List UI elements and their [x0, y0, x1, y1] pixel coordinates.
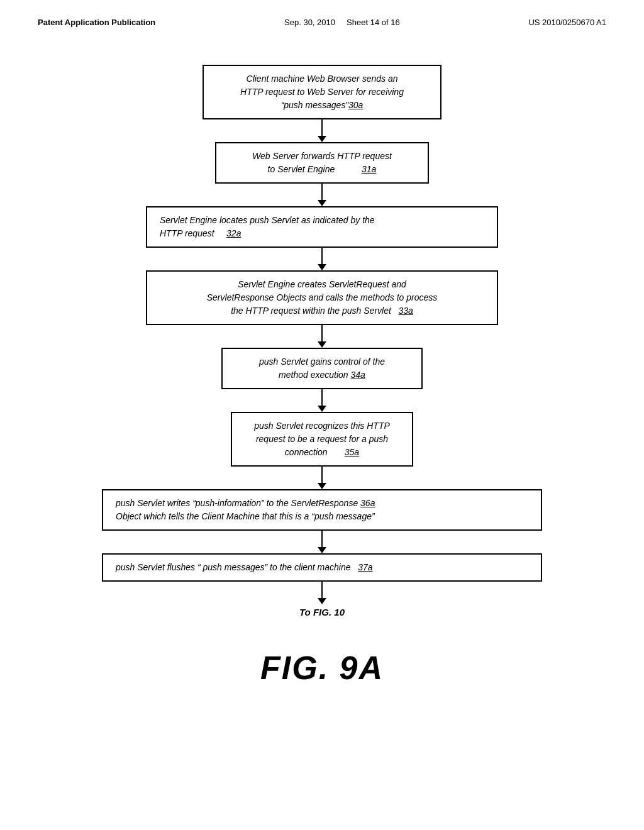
flow-box-37a: push Servlet flushes “ push messages” to… [102, 553, 542, 582]
arrow-6 [318, 467, 326, 489]
header-publication-label: Patent Application Publication [38, 18, 155, 27]
flow-box-33a: Servlet Engine creates ServletRequest an… [146, 270, 498, 325]
header-date: Sep. 30, 2010 Sheet 14 of 16 [284, 18, 400, 27]
arrow-5 [318, 389, 326, 412]
page-header: Patent Application Publication Sep. 30, … [0, 0, 644, 27]
flow-box-30a: Client machine Web Browser sends anHTTP … [203, 65, 441, 119]
arrow-7 [318, 531, 326, 553]
flow-box-31a: Web Server forwards HTTP requestto Servl… [215, 142, 429, 184]
to-fig-label: To FIG. 10 [299, 607, 345, 617]
flow-box-34a: push Servlet gains control of themethod … [221, 348, 423, 389]
flow-box-32a: Servlet Engine locates push Servlet as i… [146, 206, 498, 248]
arrow-8 [318, 582, 326, 604]
flow-box-36a: push Servlet writes “push-information” t… [102, 489, 542, 531]
arrow-2 [318, 184, 326, 206]
diagram-area: Client machine Web Browser sends anHTTP … [0, 27, 644, 712]
arrow-3 [318, 248, 326, 270]
header-patent-number: US 2010/0250670 A1 [528, 18, 606, 27]
arrow-4 [318, 325, 326, 348]
arrow-1 [318, 119, 326, 142]
figure-label: FIG. 9A [260, 649, 384, 687]
flow-box-35a: push Servlet recognizes this HTTPrequest… [231, 412, 413, 467]
